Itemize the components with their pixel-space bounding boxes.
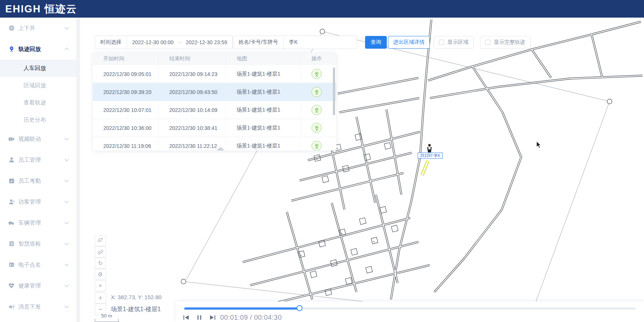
map-scale-bar: 50 m	[95, 313, 119, 322]
inspection-document-icon	[8, 241, 15, 247]
globe-icon	[8, 25, 15, 31]
play-track-button[interactable]	[312, 141, 322, 151]
sidebar-item-video-linkage[interactable]: 视频联动	[0, 128, 76, 149]
playback-slider-handle[interactable]	[297, 305, 303, 311]
chevron-down-icon	[64, 241, 69, 245]
map-3d-rotate-button[interactable]: 3D	[95, 235, 106, 246]
sidebar-item-electronic-rollcall[interactable]: 电子点名	[0, 254, 76, 275]
sidebar-divider	[77, 18, 80, 322]
cell-start: 2022/12/30 09:39:20	[93, 83, 159, 101]
sidebar-item-label: 电子点名	[18, 261, 65, 268]
play-track-button[interactable]	[312, 69, 322, 79]
time-range-picker[interactable]: 时间选择 2022-12-30 00:00 - 2022-12-30 23:59	[95, 36, 233, 49]
sidebar-item-updown-well[interactable]: 上下井	[0, 18, 76, 39]
sidebar-item-employee-attendance[interactable]: 员工考勤	[0, 170, 76, 191]
name-field-value[interactable]: 李K	[284, 39, 303, 46]
search-button[interactable]: 查询	[365, 36, 387, 49]
sidebar-subitem-view-track[interactable]: 查看轨迹	[0, 94, 76, 111]
col-end-time: 结束时间	[159, 52, 226, 65]
cell-start: 2022/12/30 11:19:06	[93, 137, 159, 151]
chevron-down-icon	[64, 25, 69, 29]
user-icon	[8, 157, 15, 163]
col-start-time: 开始时间	[93, 52, 159, 65]
locate-button[interactable]: ⌖	[95, 280, 106, 291]
table-header-row: 开始时间 结束时间 地图 操作	[93, 52, 336, 65]
area-detail-button[interactable]: 进出区域详情	[388, 36, 430, 49]
table-collapse-handle[interactable]	[216, 147, 225, 151]
mouse-cursor	[536, 141, 542, 151]
refresh-button[interactable]: ↻	[95, 258, 106, 269]
person-marker[interactable]	[427, 144, 432, 152]
sidebar-subitem-history-distribution[interactable]: 历史分布	[0, 111, 76, 128]
sidebar-item-health-management[interactable]: 健康管理	[0, 275, 76, 296]
col-map: 地图	[226, 52, 301, 65]
sidebar-item-visitor-management[interactable]: 访客管理	[0, 191, 76, 212]
playback-panel: 00:01:09 / 00:04:30	[176, 301, 644, 322]
sidebar-subitem-label: 区域回放	[24, 82, 46, 89]
skip-to-end-button[interactable]	[208, 314, 216, 321]
rooms-low	[292, 205, 409, 300]
show-area-checkbox[interactable]: 显示区域	[434, 36, 474, 49]
table-row[interactable]: 2022/12/30 11:19:06 2022/12/30 11:22:12 …	[93, 137, 336, 151]
settings-gear-button[interactable]: ⚙	[95, 269, 106, 280]
cell-end: 2022/12/30 09:14:23	[159, 65, 226, 83]
sidebar-item-label: 视频联动	[18, 136, 65, 143]
playback-controls	[182, 314, 216, 321]
chevron-down-icon	[64, 157, 69, 161]
chevron-down-icon	[64, 178, 69, 182]
sidebar-item-partial[interactable]	[0, 317, 76, 322]
name-field-label: 姓名/卡号/车牌号	[233, 36, 284, 49]
playback-time: 00:01:09 / 00:04:30	[220, 314, 282, 322]
cell-end: 2022/12/30 10:38:41	[159, 119, 226, 137]
sidebar-item-message-dispatch[interactable]: 消息下发	[0, 296, 76, 317]
cell-start: 2022/12/30 10:36:00	[93, 119, 159, 137]
cell-end: 2022/12/30 09:43:50	[159, 83, 226, 101]
calendar-check-icon	[8, 178, 15, 184]
table-row[interactable]: 2022/12/30 09:05:01 2022/12/30 09:14:23 …	[93, 65, 336, 83]
sidebar-item-label: 消息下发	[18, 303, 65, 310]
pause-button[interactable]	[195, 314, 203, 321]
sidebar-subitem-area-replay[interactable]: 区域回放	[0, 77, 76, 94]
cell-start: 2022/12/30 10:07:01	[93, 101, 159, 119]
play-track-button[interactable]	[312, 105, 322, 115]
measure-ruler-button[interactable]	[95, 246, 106, 258]
show-full-track-label: 显示完整轨迹	[494, 39, 525, 46]
sidebar-item-track-replay[interactable]: 轨迹回放	[0, 39, 76, 60]
track-segments-table: 开始时间 结束时间 地图 操作 2022/12/30 09:05:01 2022…	[93, 52, 336, 151]
cursor-coordinates: X: 382.73, Y: 152.80	[111, 294, 162, 300]
play-track-button[interactable]	[312, 87, 322, 97]
table-row-selected[interactable]: 2022/12/30 09:39:20 2022/12/30 09:43:50 …	[93, 83, 336, 101]
sidebar-subitem-person-vehicle-replay[interactable]: 人车回放	[0, 60, 76, 77]
playback-progress-fill	[184, 307, 300, 310]
playback-progress-track[interactable]	[184, 307, 636, 310]
speaker-icon	[8, 304, 15, 310]
sidebar-item-label: 员工考勤	[18, 177, 65, 185]
sidebar-item-label: 员工管理	[18, 157, 65, 164]
truck-icon	[8, 220, 15, 226]
show-full-track-checkbox[interactable]: 显示完整轨迹	[480, 36, 531, 49]
table-row[interactable]: 2022/12/30 10:36:00 2022/12/30 10:38:41 …	[93, 119, 336, 137]
sidebar-item-smart-inspection[interactable]: 智慧巡检	[0, 233, 76, 254]
video-camera-icon	[8, 136, 15, 142]
svg-text:251297-李K: 251297-李K	[420, 154, 440, 158]
checkbox-icon[interactable]	[439, 40, 444, 45]
track-trail	[421, 160, 429, 176]
current-scene-label: 场景1-建筑1-楼层1	[111, 306, 161, 313]
name-search-field[interactable]: 姓名/卡号/车牌号 李K	[233, 36, 357, 49]
time-start-value[interactable]: 2022-12-30 00:00	[127, 39, 179, 45]
svg-text:3D: 3D	[99, 240, 102, 242]
cell-map: 场景1-建筑1-楼层1	[226, 65, 301, 83]
chevron-down-icon	[64, 136, 69, 140]
chevron-down-icon	[64, 199, 69, 203]
zoom-in-button[interactable]: +	[95, 292, 106, 304]
table-row[interactable]: 2022/12/30 10:07:01 2022/12/30 10:14:09 …	[93, 101, 336, 119]
sidebar-item-employee-management[interactable]: 员工管理	[0, 149, 76, 170]
time-end-value[interactable]: 2022-12-30 23:59	[180, 39, 233, 45]
checkbox-icon[interactable]	[485, 40, 490, 45]
chevron-down-icon	[64, 262, 69, 266]
sidebar-item-vehicle-management[interactable]: 车辆管理	[0, 212, 76, 233]
table-scrollbar[interactable]	[333, 67, 335, 115]
play-track-button[interactable]	[312, 123, 322, 133]
sidebar-item-label: 车辆管理	[18, 219, 65, 227]
skip-to-start-button[interactable]	[182, 314, 190, 321]
